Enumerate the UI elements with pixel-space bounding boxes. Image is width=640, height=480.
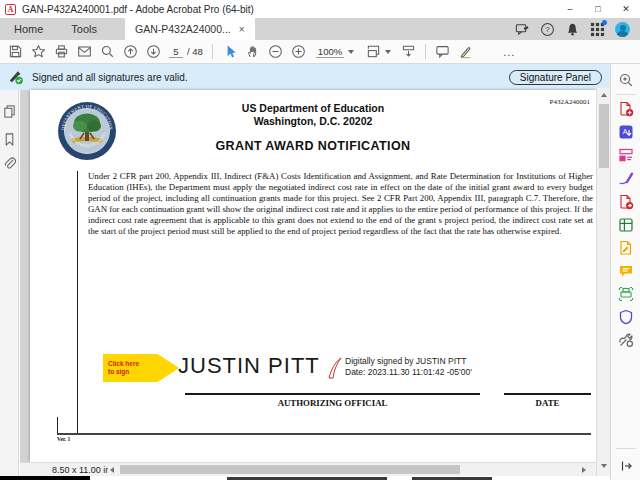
previous-page-icon[interactable] bbox=[119, 41, 142, 63]
protect-pdf-icon[interactable] bbox=[618, 309, 634, 325]
search-tool-icon[interactable] bbox=[618, 72, 634, 88]
fill-sign-icon[interactable] bbox=[618, 170, 634, 186]
more-tools-icon[interactable] bbox=[618, 332, 634, 348]
edit-pdf-icon[interactable] bbox=[618, 217, 634, 233]
app-grid-icon[interactable] bbox=[590, 22, 605, 37]
click-to-sign-line2: to sign bbox=[108, 368, 179, 376]
window-controls: – □ ✕ bbox=[556, 0, 640, 18]
panel-divider bbox=[616, 94, 636, 95]
signature-panel-button[interactable]: Signature Panel bbox=[509, 70, 602, 85]
left-navigation-rail bbox=[0, 90, 19, 476]
panel-divider bbox=[616, 448, 636, 449]
maximize-button[interactable]: □ bbox=[584, 0, 612, 18]
window-title: GAN-P432A240001.pdf - Adobe Acrobat Pro … bbox=[22, 4, 556, 15]
signature-name[interactable]: JUSTIN PITT bbox=[178, 353, 320, 379]
title-bar: A GAN-P432A240001.pdf - Adobe Acrobat Pr… bbox=[0, 0, 640, 18]
sign-pen-icon[interactable] bbox=[454, 41, 477, 63]
more-tools-button[interactable]: ... bbox=[503, 46, 515, 58]
hand-tool-icon[interactable] bbox=[241, 41, 264, 63]
create-pdf-icon[interactable] bbox=[618, 101, 634, 117]
tools-panel: A bbox=[610, 64, 640, 480]
signature-detail-line2: Date: 2023.11.30 11:01:42 -05'00' bbox=[345, 367, 472, 378]
status-bar: 8.50 x 11.00 in bbox=[20, 462, 596, 476]
scan-ocr-icon[interactable] bbox=[618, 286, 634, 302]
pdf-page: DEPARTMENT OF EDUCATION UNITED STATES OF… bbox=[30, 90, 596, 462]
tab-close-icon[interactable]: × bbox=[239, 24, 245, 35]
favorite-star-icon[interactable] bbox=[27, 41, 50, 63]
signature-detail-line1: Digitally signed by JUSTIN PITT bbox=[345, 356, 472, 367]
request-signatures-icon[interactable] bbox=[618, 240, 634, 256]
main-toolbar: 5 / 48 100% ... bbox=[0, 40, 640, 64]
signature-rule-line bbox=[185, 393, 480, 395]
page-number-input[interactable]: 5 bbox=[169, 46, 183, 58]
search-icon[interactable] bbox=[96, 41, 119, 63]
document-body-paragraph: Under 2 CFR part 200, Appendix III, Indi… bbox=[88, 171, 593, 236]
page-fit-icon[interactable] bbox=[366, 44, 381, 59]
scroll-up-icon[interactable] bbox=[601, 93, 607, 97]
digital-signature-mark-icon bbox=[327, 356, 343, 380]
export-pdf-icon[interactable]: A bbox=[618, 124, 634, 140]
vertical-scrollbar-thumb[interactable] bbox=[599, 104, 609, 168]
minimize-button[interactable]: – bbox=[556, 0, 584, 18]
chevron-down-icon[interactable] bbox=[385, 50, 391, 54]
tab-home[interactable]: Home bbox=[0, 18, 57, 40]
page-thumbnails-icon[interactable] bbox=[2, 104, 17, 119]
digital-signature-details: Digitally signed by JUSTIN PITT Date: 20… bbox=[345, 356, 472, 377]
zoom-level-value[interactable]: 100% bbox=[316, 46, 344, 58]
comment-tool-icon[interactable] bbox=[618, 263, 634, 279]
scroll-right-icon[interactable] bbox=[582, 467, 586, 473]
save-icon[interactable] bbox=[4, 41, 27, 63]
page-scrolling-icon[interactable] bbox=[397, 41, 420, 63]
signature-status-bar: Signed and all signatures are valid. Sig… bbox=[0, 64, 610, 90]
document-title: GRANT AWARD NOTIFICATION bbox=[30, 139, 596, 153]
svg-text:?: ? bbox=[545, 25, 550, 34]
user-avatar[interactable] bbox=[615, 22, 630, 37]
page-size-label: 8.50 x 11.00 in bbox=[52, 465, 110, 475]
click-to-sign-line1: Click here bbox=[108, 360, 179, 368]
click-to-sign-tag[interactable]: Click here to sign bbox=[103, 354, 179, 382]
zoom-out-icon[interactable] bbox=[264, 41, 287, 63]
tab-bar: Home Tools GAN-P432A24000... × ? bbox=[0, 18, 640, 40]
zoom-level-control[interactable]: 100% bbox=[316, 46, 354, 58]
bookmarks-icon[interactable] bbox=[2, 132, 17, 147]
scroll-down-icon[interactable] bbox=[601, 464, 607, 468]
notification-dot bbox=[602, 20, 607, 25]
svg-text:A: A bbox=[8, 5, 14, 14]
toolbar-separator bbox=[425, 44, 426, 59]
authorizing-official-label: AUTHORIZING OFFICIAL bbox=[185, 398, 480, 408]
attachments-icon[interactable] bbox=[2, 156, 17, 171]
chevron-down-icon[interactable] bbox=[348, 50, 354, 54]
horizontal-scrollbar-thumb[interactable] bbox=[120, 465, 460, 474]
form-border-line bbox=[57, 417, 58, 434]
tab-tools[interactable]: Tools bbox=[57, 18, 111, 40]
comment-icon[interactable] bbox=[431, 41, 454, 63]
tab-document-label: GAN-P432A24000... bbox=[135, 23, 231, 35]
tabbar-right-icons: ? bbox=[515, 18, 640, 40]
toolbar-separator bbox=[212, 44, 213, 59]
next-page-icon[interactable] bbox=[142, 41, 165, 63]
feedback-icon[interactable] bbox=[515, 22, 530, 37]
organize-pages-icon[interactable] bbox=[618, 147, 634, 163]
scroll-left-icon[interactable] bbox=[110, 467, 114, 473]
zoom-in-icon[interactable] bbox=[287, 41, 310, 63]
tab-document[interactable]: GAN-P432A24000... × bbox=[125, 18, 255, 40]
select-tool-icon[interactable] bbox=[218, 41, 241, 63]
signature-valid-icon bbox=[8, 69, 24, 85]
acrobat-window: A GAN-P432A240001.pdf - Adobe Acrobat Pr… bbox=[0, 0, 640, 480]
page-number-control: 5 / 48 bbox=[169, 46, 203, 58]
convert-pdf-icon[interactable] bbox=[618, 194, 634, 210]
acrobat-icon: A bbox=[5, 4, 16, 15]
form-border-line bbox=[77, 171, 78, 434]
close-button[interactable]: ✕ bbox=[612, 0, 640, 18]
collapse-panel-icon[interactable] bbox=[618, 458, 634, 474]
horizontal-scrollbar[interactable] bbox=[108, 464, 588, 475]
notifications-bell-icon[interactable] bbox=[565, 22, 580, 37]
print-icon[interactable] bbox=[50, 41, 73, 63]
page-fit-control[interactable] bbox=[366, 44, 391, 59]
help-icon[interactable]: ? bbox=[540, 22, 555, 37]
agency-address: Washington, D.C. 20202 bbox=[30, 115, 596, 127]
email-icon[interactable] bbox=[73, 41, 96, 63]
vertical-scrollbar[interactable] bbox=[596, 88, 610, 476]
date-rule-line bbox=[504, 393, 591, 395]
background-window-edge bbox=[0, 476, 90, 480]
